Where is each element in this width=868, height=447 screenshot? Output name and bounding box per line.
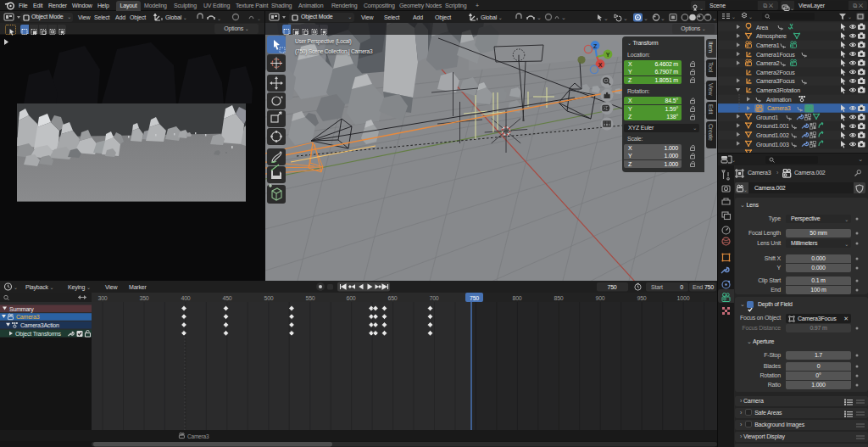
svg-text:Y: Y — [606, 52, 610, 58]
svg-text:Camera2Focus: Camera2Focus — [756, 70, 795, 75]
svg-text:Camera3: Camera3 — [767, 105, 791, 111]
svg-text:⌄: ⌄ — [732, 158, 736, 163]
svg-text:750: 750 — [470, 295, 479, 301]
svg-text:Marker: Marker — [129, 284, 147, 290]
svg-text:⌄: ⌄ — [257, 16, 261, 21]
svg-text:Keying ⌄: Keying ⌄ — [68, 284, 91, 291]
svg-text:Object Transforms: Object Transforms — [15, 331, 61, 338]
svg-text:850: 850 — [554, 295, 563, 301]
svg-text:⌄: ⌄ — [643, 14, 648, 20]
svg-text:X: X — [598, 62, 603, 68]
svg-text:300: 300 — [97, 295, 107, 301]
svg-text:Item: Item — [708, 42, 714, 53]
svg-text:View: View — [105, 284, 118, 290]
svg-text:800: 800 — [512, 295, 521, 301]
svg-text:⌄: ⌄ — [623, 14, 628, 20]
svg-text:Ground1.003: Ground1.003 — [756, 142, 789, 148]
svg-text:Camera1: Camera1 — [756, 42, 780, 48]
svg-text:750: 750 — [607, 284, 616, 290]
svg-text:Area: Area — [756, 25, 768, 31]
svg-text:400: 400 — [181, 295, 190, 301]
svg-text:0: 0 — [680, 284, 683, 290]
svg-text:Animation: Animation — [766, 97, 792, 103]
svg-text:Playback ⌄: Playback ⌄ — [25, 284, 53, 291]
svg-text:Summary: Summary — [9, 306, 34, 313]
svg-text:Ground1: Ground1 — [756, 115, 778, 120]
svg-text:750: 750 — [704, 284, 714, 290]
svg-text:Camera3Action: Camera3Action — [20, 322, 59, 328]
svg-text:700: 700 — [429, 295, 438, 301]
svg-text:⌄: ⌄ — [537, 14, 542, 20]
svg-text:⌄: ⌄ — [743, 187, 748, 193]
svg-text:⌄: ⌄ — [712, 14, 717, 20]
svg-text:Tool: Tool — [708, 62, 714, 73]
svg-text:350: 350 — [139, 295, 148, 301]
svg-text:⌄: ⌄ — [14, 285, 18, 290]
svg-text:Edit: Edit — [708, 104, 714, 115]
svg-text:1000: 1000 — [677, 295, 690, 301]
svg-text:Atmosphere: Atmosphere — [756, 33, 787, 40]
svg-text:⌄: ⌄ — [561, 14, 566, 20]
svg-text:Camera1Focus: Camera1Focus — [756, 52, 795, 58]
svg-text:⌄: ⌄ — [660, 14, 665, 20]
svg-text:Camera3: Camera3 — [16, 314, 40, 320]
svg-text:⌄: ⌄ — [604, 14, 609, 20]
svg-text:550: 550 — [305, 295, 314, 301]
svg-text:Ground1.002: Ground1.002 — [756, 132, 789, 138]
svg-text:Create: Create — [708, 124, 714, 141]
svg-text:Start: Start — [651, 284, 663, 290]
svg-text:View: View — [708, 83, 714, 96]
svg-text:600: 600 — [346, 295, 355, 301]
svg-text:Ground1.001: Ground1.001 — [756, 123, 789, 129]
svg-text:Camera3: Camera3 — [187, 433, 209, 439]
svg-text:900: 900 — [595, 295, 604, 301]
svg-text:650: 650 — [387, 295, 397, 301]
svg-text:Camera2: Camera2 — [756, 60, 780, 66]
svg-text:450: 450 — [222, 295, 231, 301]
svg-text:950: 950 — [637, 295, 646, 301]
svg-text:Camera3Rotation: Camera3Rotation — [756, 87, 800, 93]
svg-text:⌄: ⌄ — [217, 16, 221, 21]
svg-text:End: End — [693, 284, 703, 290]
svg-text:500: 500 — [264, 295, 273, 301]
svg-text:Camera3Focus: Camera3Focus — [756, 78, 795, 84]
